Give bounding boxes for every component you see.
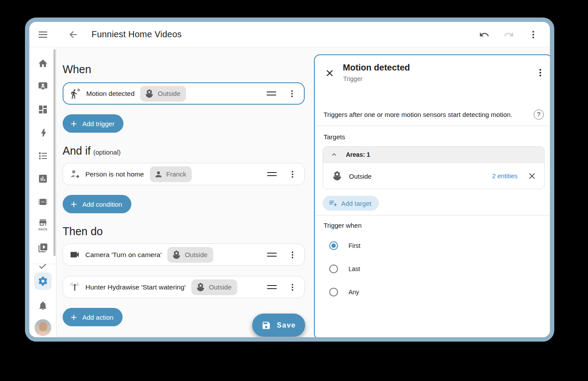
row-overflow-button[interactable] xyxy=(287,89,297,99)
then-do-heading: Then do xyxy=(63,225,305,238)
action-area-chip[interactable]: Outside xyxy=(167,247,213,263)
add-condition-button[interactable]: Add condition xyxy=(63,195,131,213)
user-avatar[interactable] xyxy=(35,319,51,336)
todo-list-icon xyxy=(38,151,48,161)
panel-close-button[interactable] xyxy=(324,68,335,78)
trigger-area-chip[interactable]: Outside xyxy=(140,86,186,102)
trigger-row-motion-detected[interactable]: Motion detected Outside xyxy=(63,82,305,105)
radio-icon xyxy=(329,241,338,250)
area-flower-icon xyxy=(144,89,154,99)
row-overflow-button[interactable] xyxy=(288,250,297,260)
undo-button[interactable] xyxy=(479,29,489,40)
sidebar-item-checklist[interactable] xyxy=(38,264,48,272)
devices-chip-icon xyxy=(38,197,48,207)
action-label: Hunter Hydrawise 'Start watering' xyxy=(85,283,186,291)
sidebar-item-overview[interactable] xyxy=(38,58,48,69)
page-title: Funniest Home Videos xyxy=(92,29,182,39)
drag-handle[interactable] xyxy=(267,170,277,178)
history-chart-icon xyxy=(38,173,48,184)
sidebar-item-devices[interactable] xyxy=(38,197,48,207)
optional-label: (optional) xyxy=(93,148,121,156)
drag-handle[interactable] xyxy=(267,250,277,259)
redo-icon xyxy=(503,29,514,40)
and-if-heading: And if(optional) xyxy=(63,145,305,157)
sprinkler-icon xyxy=(69,282,80,293)
radio-option-last[interactable]: Last xyxy=(329,265,360,273)
row-overflow-button[interactable] xyxy=(288,169,297,179)
sidebar-item-dashboards[interactable] xyxy=(38,104,48,115)
add-action-button[interactable]: Add action xyxy=(63,308,123,326)
panel-overflow-button[interactable] xyxy=(535,67,546,78)
sidebar-item-notifications[interactable] xyxy=(38,300,48,311)
person-icon xyxy=(154,170,163,179)
action-row-sprinkler[interactable]: Hunter Hydrawise 'Start watering' Outsid… xyxy=(63,276,305,298)
motion-sensor-icon xyxy=(70,88,81,99)
trigger-detail-panel: Motion detected Trigger Triggers after o… xyxy=(314,54,553,340)
entities-link[interactable]: 2 entities xyxy=(492,173,518,180)
condition-row-person-not-home[interactable]: Person is not home Franck xyxy=(63,163,305,185)
radio-icon xyxy=(329,288,338,296)
person-leave-icon xyxy=(69,169,80,180)
condition-label: Person is not home xyxy=(85,170,144,178)
panel-title: Motion detected xyxy=(343,63,410,73)
add-target-button[interactable]: Add target xyxy=(323,196,379,211)
save-floppy-icon xyxy=(261,321,271,330)
drag-handle[interactable] xyxy=(267,89,276,98)
area-target-row: Outside 2 entities xyxy=(323,163,544,189)
add-trigger-button[interactable]: Add trigger xyxy=(63,114,123,133)
back-button[interactable] xyxy=(68,29,78,40)
areas-group: Areas: 1 Outside 2 entities xyxy=(323,146,545,189)
sidebar-item-person-card[interactable] xyxy=(38,81,48,92)
plus-icon xyxy=(69,200,78,209)
condition-person-chip[interactable]: Franck xyxy=(150,166,192,182)
action-chip-label: Outside xyxy=(185,251,208,258)
area-flower-icon xyxy=(196,282,205,292)
trigger-description: Triggers after one or more motion sensor… xyxy=(324,111,512,118)
action-label: Camera 'Turn on camera' xyxy=(85,251,162,259)
radio-option-any[interactable]: Any xyxy=(329,288,359,296)
sidebar-item-media[interactable] xyxy=(38,243,48,253)
trigger-chip-label: Outside xyxy=(158,90,180,97)
undo-icon xyxy=(479,29,489,40)
radio-option-first[interactable]: First xyxy=(329,241,360,250)
settings-gear-icon xyxy=(38,276,48,286)
media-icon xyxy=(38,243,48,253)
save-button[interactable]: Save xyxy=(252,314,305,337)
areas-header-label: Areas: 1 xyxy=(346,151,370,158)
hacs-label: HACS xyxy=(35,228,51,231)
row-overflow-button[interactable] xyxy=(288,282,297,292)
trigger-label: Motion detected xyxy=(86,90,134,98)
condition-chip-label: Franck xyxy=(166,170,187,178)
area-flower-icon xyxy=(172,250,181,260)
sidebar-scrollbar[interactable] xyxy=(53,49,56,256)
trigger-when-label: Trigger when xyxy=(324,222,362,229)
redo-button[interactable] xyxy=(503,29,514,40)
sidebar-item-todo[interactable] xyxy=(38,151,48,161)
energy-bolt-icon xyxy=(38,127,48,138)
home-icon xyxy=(38,58,48,69)
action-row-camera[interactable]: Camera 'Turn on camera' Outside xyxy=(63,243,305,266)
sidebar-menu-button[interactable] xyxy=(29,30,56,39)
sidebar-item-energy[interactable] xyxy=(38,127,48,138)
action-chip-label: Outside xyxy=(209,283,232,291)
action-area-chip[interactable]: Outside xyxy=(191,279,237,295)
back-icon xyxy=(68,29,78,40)
chevron-up-icon xyxy=(330,151,338,159)
checklist-icon xyxy=(38,264,48,271)
camera-icon xyxy=(69,249,80,260)
menu-icon xyxy=(39,30,47,39)
panel-divider xyxy=(315,126,552,126)
sidebar-item-settings[interactable] xyxy=(34,272,52,290)
panel-divider xyxy=(315,215,552,215)
help-icon[interactable]: ? xyxy=(534,109,544,120)
remove-target-button[interactable] xyxy=(527,171,537,181)
person-card-icon xyxy=(38,81,48,92)
areas-expander[interactable]: Areas: 1 xyxy=(323,147,544,163)
drag-handle[interactable] xyxy=(267,283,277,291)
overflow-menu-icon xyxy=(535,67,546,78)
main-content: When Motion detected xyxy=(56,47,550,342)
sidebar-item-history[interactable] xyxy=(38,173,48,184)
app-window: Funniest Home Videos xyxy=(25,18,554,342)
appbar-overflow-button[interactable] xyxy=(528,29,539,40)
sidebar-item-hacs[interactable]: HACS xyxy=(35,219,51,231)
